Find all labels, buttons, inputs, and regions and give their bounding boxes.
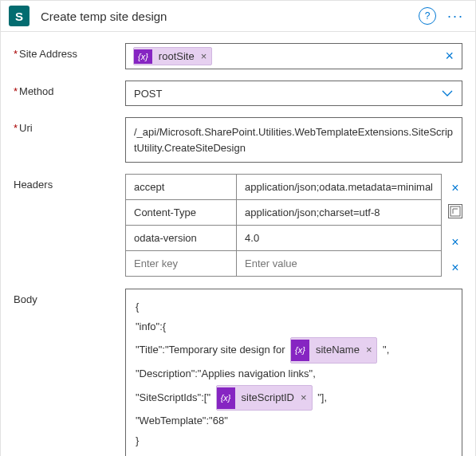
body-line: } (136, 431, 452, 451)
remove-row-icon[interactable]: × (451, 179, 458, 198)
fx-badge-icon: {x} (134, 49, 152, 64)
token-remove-icon[interactable]: × (299, 388, 312, 408)
label-headers: Headers (14, 174, 125, 277)
body-line: "SiteScriptIds":[" {x} siteScriptID × "]… (136, 384, 452, 412)
table-row: Content-Type application/json;charset=ut… (126, 200, 442, 226)
header-key-input[interactable]: odata-version (126, 226, 237, 251)
body-input[interactable]: { "info":{ "Title":"Temporary site desig… (125, 289, 462, 456)
card-header: S Create temp site design ? ··· (1, 1, 475, 32)
body-line: { (136, 297, 452, 317)
label-uri: Uri (14, 117, 125, 163)
card-title: Create temp site design (41, 10, 419, 23)
label-body: Body (14, 289, 125, 456)
header-key-input[interactable]: Content-Type (126, 200, 237, 226)
sharepoint-logo-icon: S (9, 6, 30, 26)
label-site-address: Site Address (14, 43, 125, 69)
site-address-input[interactable]: {x} rootSite × × (125, 43, 462, 69)
table-row: odata-version 4.0 (126, 226, 442, 251)
clear-field-icon[interactable]: × (442, 48, 457, 65)
headers-table: accept application/json;odata.metadata=m… (125, 174, 442, 277)
token-remove-icon[interactable]: × (199, 50, 212, 62)
text-mode-toggle-icon[interactable] (448, 204, 462, 218)
label-method: Method (14, 81, 125, 106)
table-row: accept application/json;odata.metadata=m… (126, 175, 442, 200)
token-label: siteName (309, 338, 364, 363)
header-value-input[interactable]: Enter value (237, 251, 442, 277)
method-value: POST (134, 88, 162, 100)
body-line: "Title":"Temporary site design for {x} s… (136, 336, 452, 364)
remove-row-icon[interactable]: × (451, 233, 458, 252)
remove-row-icon[interactable]: × (451, 258, 458, 277)
token-sitename[interactable]: {x} siteName × (290, 337, 377, 364)
header-value-input[interactable]: 4.0 (237, 226, 442, 251)
fx-badge-icon: {x} (291, 340, 309, 361)
body-text: ", (383, 344, 389, 356)
action-card: S Create temp site design ? ··· Site Add… (0, 0, 476, 456)
chevron-down-icon (441, 87, 454, 100)
headers-side-icons: × × × (448, 174, 462, 277)
body-line: "Description":"Applies navigation links"… (136, 364, 452, 384)
header-key-input[interactable]: accept (126, 175, 237, 200)
body-line: "WebTemplate":"68" (136, 411, 452, 431)
body-text: "SiteScriptIds":[" (136, 391, 210, 403)
token-remove-icon[interactable]: × (364, 340, 377, 360)
body-text: "], (317, 391, 327, 403)
header-key-input[interactable]: Enter key (126, 251, 237, 277)
method-dropdown[interactable]: POST (125, 81, 462, 106)
token-label: rootSite (152, 48, 199, 65)
token-label: siteScriptID (235, 386, 299, 411)
token-sitescriptid[interactable]: {x} siteScriptID × (216, 385, 313, 411)
header-value-input[interactable]: application/json;charset=utf-8 (237, 200, 442, 226)
body-line: } (136, 451, 452, 456)
table-row: Enter key Enter value (126, 251, 442, 277)
help-icon[interactable]: ? (419, 7, 436, 25)
uri-input[interactable]: /_api/Microsoft.SharePoint.Utilities.Web… (125, 117, 462, 163)
more-icon[interactable]: ··· (444, 8, 467, 25)
token-rootsite[interactable]: {x} rootSite × (133, 47, 212, 65)
fx-badge-icon: {x} (217, 387, 235, 409)
form-body: Site Address {x} rootSite × × Method POS… (1, 32, 475, 456)
svg-rect-0 (450, 206, 460, 216)
body-line: "info":{ (136, 317, 452, 337)
body-text: "Title":"Temporary site design for (136, 344, 288, 356)
header-value-input[interactable]: application/json;odata.metadata=minimal (237, 175, 442, 200)
